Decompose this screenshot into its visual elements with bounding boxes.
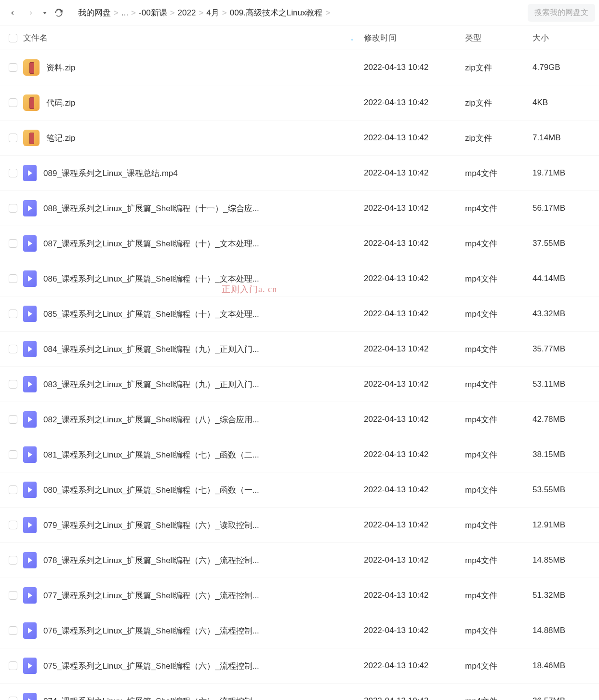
- file-type: mp4文件: [465, 625, 532, 636]
- file-name[interactable]: 082_课程系列之Linux_扩展篇_Shell编程（八）_综合应用...: [43, 414, 259, 425]
- table-row[interactable]: 086_课程系列之Linux_扩展篇_Shell编程（十）_文本处理...202…: [0, 261, 599, 296]
- table-row[interactable]: 087_课程系列之Linux_扩展篇_Shell编程（十）_文本处理...202…: [0, 226, 599, 261]
- column-header-name[interactable]: 文件名 ↓: [23, 32, 364, 43]
- table-row[interactable]: 078_课程系列之Linux_扩展篇_Shell编程（六）_流程控制...202…: [0, 543, 599, 578]
- table-row[interactable]: 076_课程系列之Linux_扩展篇_Shell编程（六）_流程控制...202…: [0, 613, 599, 648]
- file-name[interactable]: 078_课程系列之Linux_扩展篇_Shell编程（六）_流程控制...: [43, 555, 259, 566]
- video-file-icon: [23, 411, 37, 428]
- row-checkbox[interactable]: [9, 274, 17, 283]
- column-header-size[interactable]: 大小: [532, 32, 590, 43]
- zip-file-icon: [23, 130, 40, 146]
- file-name[interactable]: 资料.zip: [46, 62, 75, 73]
- file-size: 19.71MB: [532, 168, 590, 178]
- row-checkbox[interactable]: [9, 345, 17, 353]
- table-row[interactable]: 084_课程系列之Linux_扩展篇_Shell编程（九）_正则入门...202…: [0, 332, 599, 367]
- row-checkbox[interactable]: [9, 169, 17, 177]
- svg-marker-0: [43, 12, 47, 14]
- history-dropdown[interactable]: [40, 4, 49, 22]
- row-checkbox[interactable]: [9, 415, 17, 424]
- column-header-type[interactable]: 类型: [465, 32, 532, 43]
- file-name[interactable]: 085_课程系列之Linux_扩展篇_Shell编程（十）_文本处理...: [43, 309, 259, 320]
- chevron-right-icon: >: [222, 8, 227, 18]
- table-row[interactable]: 077_课程系列之Linux_扩展篇_Shell编程（六）_流程控制...202…: [0, 578, 599, 613]
- file-type: mp4文件: [465, 238, 532, 249]
- row-checkbox[interactable]: [9, 556, 17, 565]
- search-input[interactable]: 搜索我的网盘文: [528, 4, 595, 22]
- row-checkbox[interactable]: [9, 63, 17, 72]
- crumb-root[interactable]: 我的网盘: [78, 7, 111, 18]
- row-checkbox[interactable]: [9, 485, 17, 494]
- row-checkbox[interactable]: [9, 450, 17, 459]
- file-size: 51.32MB: [532, 591, 590, 600]
- row-checkbox[interactable]: [9, 239, 17, 248]
- row-checkbox[interactable]: [9, 521, 17, 529]
- file-type: mp4文件: [465, 520, 532, 531]
- row-checkbox[interactable]: [9, 626, 17, 635]
- file-date: 2022-04-13 10:42: [364, 661, 465, 671]
- table-row[interactable]: 075_课程系列之Linux_扩展篇_Shell编程（六）_流程控制...202…: [0, 648, 599, 684]
- row-checkbox[interactable]: [9, 134, 17, 142]
- row-checkbox[interactable]: [9, 697, 17, 700]
- file-name[interactable]: 079_课程系列之Linux_扩展篇_Shell编程（六）_读取控制...: [43, 520, 259, 531]
- file-name[interactable]: 089_课程系列之Linux_课程总结.mp4: [43, 168, 178, 179]
- file-date: 2022-04-13 10:42: [364, 203, 465, 213]
- table-row[interactable]: 081_课程系列之Linux_扩展篇_Shell编程（七）_函数（二...202…: [0, 437, 599, 472]
- video-file-icon: [23, 622, 37, 639]
- sort-arrow-down-icon: ↓: [350, 33, 354, 43]
- select-all-checkbox[interactable]: [9, 34, 17, 42]
- row-checkbox[interactable]: [9, 661, 17, 670]
- file-name[interactable]: 075_课程系列之Linux_扩展篇_Shell编程（六）_流程控制...: [43, 660, 259, 672]
- table-row[interactable]: 089_课程系列之Linux_课程总结.mp42022-04-13 10:42m…: [0, 156, 599, 191]
- table-row[interactable]: 074_课程系列之Linux_扩展篇_Shell编程（六）_流程控制...202…: [0, 684, 599, 700]
- row-checkbox[interactable]: [9, 380, 17, 389]
- file-name[interactable]: 081_课程系列之Linux_扩展篇_Shell编程（七）_函数（二...: [43, 449, 259, 460]
- table-row[interactable]: 082_课程系列之Linux_扩展篇_Shell编程（八）_综合应用...202…: [0, 402, 599, 437]
- crumb-folder[interactable]: 4月: [206, 7, 219, 18]
- file-name[interactable]: 笔记.zip: [46, 133, 75, 144]
- file-name[interactable]: 084_课程系列之Linux_扩展篇_Shell编程（九）_正则入门...: [43, 344, 259, 355]
- file-date: 2022-04-13 10:42: [364, 344, 465, 354]
- file-name[interactable]: 088_课程系列之Linux_扩展篇_Shell编程（十一）_综合应...: [43, 203, 259, 214]
- row-checkbox[interactable]: [9, 98, 17, 107]
- table-row[interactable]: 资料.zip2022-04-13 10:42zip文件4.79GB: [0, 50, 599, 85]
- crumb-current[interactable]: 009.高级技术之Linux教程: [230, 7, 323, 18]
- table-row[interactable]: 080_课程系列之Linux_扩展篇_Shell编程（七）_函数（一...202…: [0, 472, 599, 508]
- table-row[interactable]: 代码.zip2022-04-13 10:42zip文件4KB: [0, 85, 599, 121]
- file-name[interactable]: 083_课程系列之Linux_扩展篇_Shell编程（九）_正则入门...: [43, 379, 259, 390]
- file-type: mp4文件: [465, 696, 532, 700]
- breadcrumb: 我的网盘 > ... > -00新课 > 2022 > 4月 > 009.高级技…: [78, 7, 527, 18]
- file-name[interactable]: 074_课程系列之Linux_扩展篇_Shell编程（六）_流程控制...: [43, 696, 259, 700]
- forward-button[interactable]: [22, 4, 40, 22]
- refresh-button[interactable]: [50, 4, 67, 22]
- toolbar: 我的网盘 > ... > -00新课 > 2022 > 4月 > 009.高级技…: [0, 0, 599, 26]
- column-header-date[interactable]: 修改时间: [364, 32, 465, 43]
- file-name[interactable]: 077_课程系列之Linux_扩展篇_Shell编程（六）_流程控制...: [43, 590, 259, 601]
- crumb-folder[interactable]: 2022: [178, 8, 196, 18]
- back-button[interactable]: [4, 4, 21, 22]
- row-checkbox[interactable]: [9, 204, 17, 213]
- video-file-icon: [23, 517, 37, 533]
- file-date: 2022-04-13 10:42: [364, 696, 465, 700]
- file-size: 4.79GB: [532, 63, 590, 72]
- crumb-folder[interactable]: -00新课: [139, 7, 167, 18]
- file-name[interactable]: 087_课程系列之Linux_扩展篇_Shell编程（十）_文本处理...: [43, 238, 259, 249]
- table-row[interactable]: 088_课程系列之Linux_扩展篇_Shell编程（十一）_综合应...202…: [0, 191, 599, 226]
- file-size: 4KB: [532, 98, 590, 108]
- file-size: 14.88MB: [532, 626, 590, 635]
- video-file-icon: [23, 693, 37, 700]
- file-date: 2022-04-13 10:42: [364, 379, 465, 389]
- file-name[interactable]: 代码.zip: [46, 97, 75, 108]
- row-checkbox[interactable]: [9, 310, 17, 318]
- file-name[interactable]: 086_课程系列之Linux_扩展篇_Shell编程（十）_文本处理...: [43, 273, 259, 284]
- table-row[interactable]: 083_课程系列之Linux_扩展篇_Shell编程（九）_正则入门...202…: [0, 367, 599, 402]
- table-row[interactable]: 笔记.zip2022-04-13 10:42zip文件7.14MB: [0, 121, 599, 156]
- row-checkbox[interactable]: [9, 591, 17, 600]
- video-file-icon: [23, 376, 37, 392]
- file-name[interactable]: 080_课程系列之Linux_扩展篇_Shell编程（七）_函数（一...: [43, 485, 259, 496]
- file-date: 2022-04-13 10:42: [364, 555, 465, 565]
- table-row[interactable]: 085_课程系列之Linux_扩展篇_Shell编程（十）_文本处理...202…: [0, 296, 599, 332]
- crumb-ellipsis[interactable]: ...: [121, 8, 128, 18]
- file-name[interactable]: 076_课程系列之Linux_扩展篇_Shell编程（六）_流程控制...: [43, 625, 259, 636]
- table-row[interactable]: 079_课程系列之Linux_扩展篇_Shell编程（六）_读取控制...202…: [0, 508, 599, 543]
- file-size: 37.55MB: [532, 239, 590, 248]
